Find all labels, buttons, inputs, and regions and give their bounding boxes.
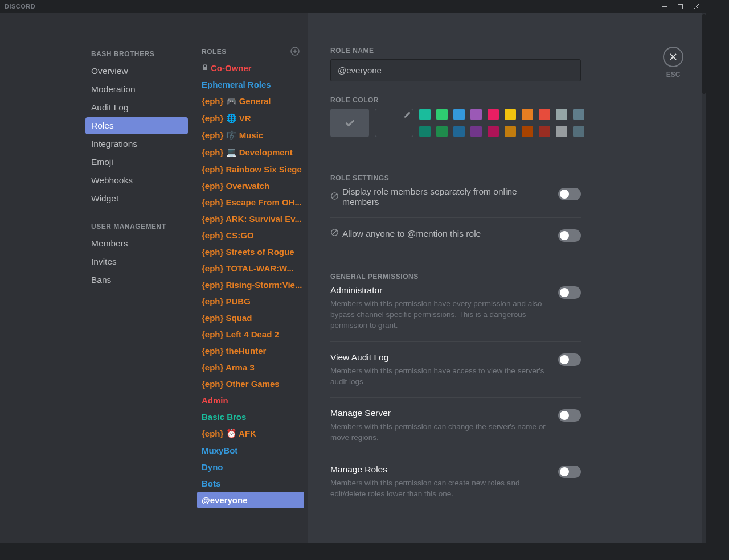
- toggle-switch[interactable]: [558, 353, 581, 366]
- role-item[interactable]: {eph} Rising-Storm:Vie...: [197, 277, 304, 293]
- window-minimize-button[interactable]: [656, 0, 672, 13]
- nav-item-moderation[interactable]: Moderation: [85, 81, 188, 98]
- role-label: Ephemeral Roles: [202, 80, 271, 89]
- role-item[interactable]: {eph} Other Games: [197, 376, 304, 392]
- nav-item-bans[interactable]: Bans: [85, 271, 188, 289]
- color-swatch[interactable]: [488, 109, 499, 120]
- color-swatch[interactable]: [470, 109, 482, 120]
- role-label: MuxyBot: [202, 446, 237, 455]
- role-item[interactable]: Ephemeral Roles: [197, 76, 304, 93]
- color-swatch[interactable]: [556, 126, 567, 137]
- nav-item-integrations[interactable]: Integrations: [85, 135, 188, 153]
- window-close-button[interactable]: [688, 0, 704, 13]
- role-label: {eph} 💻 Development: [202, 147, 293, 158]
- color-swatch[interactable]: [470, 126, 482, 137]
- toggle-switch[interactable]: [558, 409, 581, 422]
- role-label: {eph} Left 4 Dead 2: [202, 330, 279, 339]
- role-label: {eph} PUBG: [202, 297, 251, 306]
- color-swatch[interactable]: [522, 126, 533, 137]
- permission-title: Manage Server: [330, 408, 547, 418]
- divider: [330, 157, 581, 157]
- role-item[interactable]: {eph} Left 4 Dead 2: [197, 326, 304, 343]
- role-item[interactable]: {eph} Squad: [197, 310, 304, 326]
- role-color-label: ROLE COLOR: [330, 96, 683, 104]
- close-settings-button[interactable]: [663, 47, 683, 67]
- nav-item-overview[interactable]: Overview: [85, 63, 188, 80]
- role-item[interactable]: {eph} 🎮 General: [197, 93, 304, 110]
- scrollbar-thumb[interactable]: [702, 14, 706, 94]
- color-swatch[interactable]: [573, 109, 584, 120]
- color-swatch[interactable]: [539, 126, 550, 137]
- toggle-switch[interactable]: [558, 188, 581, 200]
- color-swatch[interactable]: [488, 126, 499, 137]
- role-label: Dyno: [202, 462, 223, 472]
- server-settings-nav: BASH BROTHERS OverviewModerationAudit Lo…: [80, 13, 194, 543]
- role-setting-row: Display role members separately from onl…: [330, 187, 581, 218]
- nav-item-audit-log[interactable]: Audit Log: [85, 99, 188, 116]
- permission-description: Members with this permission can create …: [330, 478, 547, 500]
- toggle-switch[interactable]: [558, 286, 581, 299]
- role-item[interactable]: {eph} Streets of Rogue: [197, 244, 304, 260]
- color-swatch[interactable]: [436, 109, 448, 120]
- color-swatch[interactable]: [539, 109, 550, 120]
- role-item[interactable]: {eph} TOTAL-WAR:W...: [197, 260, 304, 277]
- color-swatch[interactable]: [419, 126, 431, 137]
- esc-label: ESC: [663, 71, 683, 79]
- role-label: {eph} Streets of Rogue: [202, 247, 294, 257]
- color-swatch[interactable]: [436, 126, 448, 137]
- color-swatch[interactable]: [556, 109, 567, 120]
- role-item[interactable]: @everyone: [197, 492, 304, 508]
- role-item[interactable]: {eph} 💻 Development: [197, 144, 304, 161]
- color-default-button[interactable]: [330, 109, 369, 137]
- role-label: {eph} ARK: Survival Ev...: [202, 214, 302, 224]
- nav-separator: [90, 213, 183, 213]
- color-swatch[interactable]: [419, 109, 431, 120]
- role-label: {eph} Arma 3: [202, 363, 255, 372]
- role-item[interactable]: {eph} Overwatch: [197, 178, 304, 194]
- color-swatch[interactable]: [573, 126, 584, 137]
- role-item[interactable]: {eph} Rainbow Six Siege: [197, 161, 304, 178]
- role-name-input[interactable]: [330, 59, 581, 81]
- color-swatch[interactable]: [505, 109, 516, 120]
- role-item[interactable]: {eph} theHunter: [197, 343, 304, 359]
- color-swatch[interactable]: [522, 109, 533, 120]
- role-item[interactable]: {eph} PUBG: [197, 293, 304, 310]
- color-custom-button[interactable]: [375, 109, 413, 137]
- add-role-button[interactable]: [290, 47, 300, 56]
- role-item[interactable]: Bots: [197, 475, 304, 492]
- color-swatch[interactable]: [453, 109, 465, 120]
- window-maximize-button[interactable]: [672, 0, 688, 13]
- scrollbar[interactable]: [702, 13, 706, 543]
- nav-item-emoji[interactable]: Emoji: [85, 154, 188, 171]
- role-label: {eph} CS:GO: [202, 230, 254, 240]
- permission-title: Manage Roles: [330, 464, 547, 475]
- toggle-switch[interactable]: [558, 229, 581, 242]
- permission-title: View Audit Log: [330, 352, 547, 363]
- color-swatch[interactable]: [505, 126, 516, 137]
- role-item[interactable]: {eph} ARK: Survival Ev...: [197, 211, 304, 227]
- role-item[interactable]: {eph} Arma 3: [197, 359, 304, 376]
- nav-item-roles[interactable]: Roles: [85, 117, 188, 134]
- role-item[interactable]: {eph} 🎼 Music: [197, 127, 304, 144]
- role-item[interactable]: MuxyBot: [197, 442, 304, 459]
- role-name-label: ROLE NAME: [330, 47, 683, 55]
- role-item[interactable]: {eph} Escape From OH...: [197, 194, 304, 211]
- role-item[interactable]: {eph} CS:GO: [197, 227, 304, 244]
- role-item[interactable]: Co-Owner: [197, 60, 304, 76]
- setting-title: Display role members separately from onl…: [342, 187, 547, 207]
- role-label: {eph} 🎮 General: [202, 96, 271, 106]
- role-item[interactable]: Dyno: [197, 459, 304, 475]
- permission-description: Members with this permission can change …: [330, 422, 547, 443]
- role-item[interactable]: {eph} 🌐 VR: [197, 110, 304, 127]
- nav-item-members[interactable]: Members: [85, 235, 188, 252]
- nav-item-widget[interactable]: Widget: [85, 190, 188, 207]
- nav-item-webhooks[interactable]: Webhooks: [85, 172, 188, 189]
- permission-title: Administrator: [330, 285, 547, 295]
- nav-item-invites[interactable]: Invites: [85, 253, 188, 270]
- color-swatch[interactable]: [453, 126, 465, 137]
- toggle-switch[interactable]: [558, 466, 581, 478]
- role-label: {eph} theHunter: [202, 346, 266, 356]
- role-item[interactable]: {eph} ⏰ AFK: [197, 425, 304, 442]
- role-item[interactable]: Admin: [197, 392, 304, 409]
- role-item[interactable]: Basic Bros: [197, 409, 304, 425]
